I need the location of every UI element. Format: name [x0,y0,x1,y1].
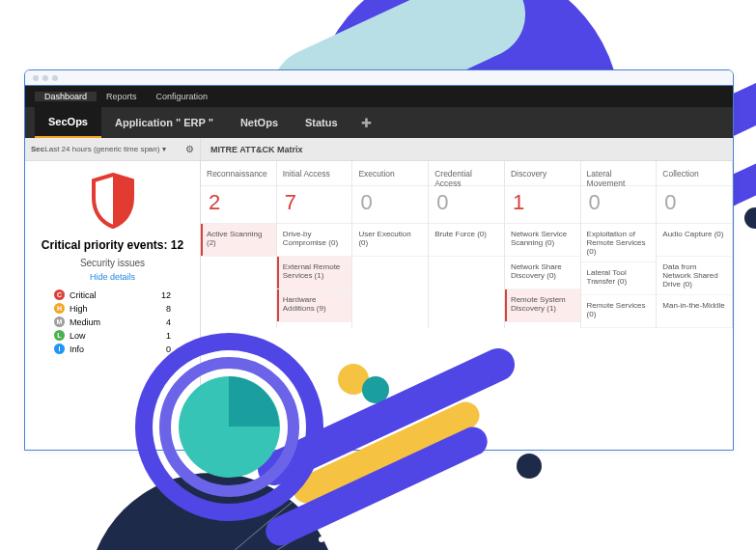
severity-label: Low [70,331,86,341]
mitre-column-header[interactable]: Collection [657,161,732,186]
mitre-column-header[interactable]: Reconnaissance [201,161,276,186]
mitre-technique-cell[interactable]: Network Share Discovery (0) [505,257,580,289]
tab-status[interactable]: Status [292,107,351,138]
mitre-column-count: 0 [657,186,732,224]
severity-row-high[interactable]: HHigh8 [54,303,171,314]
timespan-bar[interactable]: SecLast 24 hours (generic time span) ▾ ⚙ [25,138,200,161]
mitre-column-header[interactable]: Initial Access [277,161,352,186]
severity-label: Medium [70,317,100,327]
severity-label: Critical [70,290,97,300]
mitre-technique-cell[interactable]: Network Service Scanning (0) [505,224,580,257]
mitre-technique-cell[interactable]: Active Scanning (2) [201,224,276,257]
mitre-column-count: 2 [201,186,276,224]
mitre-column-lateral-movement: Lateral Movement0Exploitation of Remote … [581,161,658,328]
topnav-item-reports[interactable]: Reports [97,92,147,101]
mitre-technique-cell[interactable]: Drive-by Compromise (0) [277,224,352,257]
shield-icon [89,173,137,229]
mitre-column-initial-access: Initial Access7Drive-by Compromise (0)Ex… [277,161,353,328]
mitre-column-header[interactable]: Credential Access [429,161,504,186]
mitre-technique-cell[interactable]: Man-in-the-Middle [657,295,732,328]
mitre-technique-cell[interactable]: Exploitation of Remote Services (0) [581,224,657,262]
security-issues-label: Security issues [25,258,200,268]
severity-label: High [70,304,88,314]
mitre-header: MITRE ATT&CK Matrix [201,138,733,161]
critical-events-title: Critical priority events: 12 [25,236,200,254]
hide-details-link[interactable]: Hide details [25,272,200,282]
severity-count: 12 [161,290,171,300]
gear-icon[interactable]: ⚙ [185,144,194,154]
severity-row-critical[interactable]: CCritical12 [54,289,171,300]
mitre-matrix: Reconnaissance2Active Scanning (2)Initia… [201,161,733,328]
mitre-technique-cell[interactable]: Remote System Discovery (1) [505,289,580,322]
sub-nav: SecOpsApplication " ERP "NetOpsStatus✚ [25,107,733,138]
mitre-technique-cell[interactable]: User Execution (0) [352,224,428,257]
window-titlebar [25,70,733,86]
mitre-column-header[interactable]: Lateral Movement [581,161,657,186]
tab-application-erp[interactable]: Application " ERP " [101,107,227,138]
mitre-technique-cell[interactable]: Lateral Tool Transfer (0) [581,262,657,295]
severity-label: Info [70,344,84,354]
mitre-column-execution: Execution0User Execution (0) [352,161,429,328]
topnav-item-dashboard[interactable]: Dashboard [35,92,97,101]
timespan-prefix: Sec [31,145,44,153]
mitre-column-discovery: Discovery1Network Service Scanning (0)Ne… [505,161,581,328]
add-tab-button[interactable]: ✚ [351,116,381,130]
mitre-technique-cell[interactable]: Data from Network Shared Drive (0) [657,257,732,295]
severity-row-medium[interactable]: MMedium4 [54,316,171,327]
mitre-technique-cell[interactable]: Audio Capture (0) [657,224,732,257]
mitre-technique-cell[interactable]: Remote Services (0) [581,295,657,328]
radar-decoration [135,333,323,521]
severity-count: 4 [166,317,171,327]
tab-secops[interactable]: SecOps [35,107,101,138]
mitre-technique-cell[interactable]: External Remote Services (1) [277,257,352,289]
severity-badge-icon: I [54,344,65,354]
mitre-column-count: 7 [277,186,352,224]
mitre-column-count: 0 [429,186,504,224]
mitre-technique-cell[interactable]: Brute Force (0) [429,224,504,257]
mitre-column-collection: Collection0Audio Capture (0)Data from Ne… [657,161,733,328]
mitre-column-count: 0 [581,186,657,224]
mitre-column-reconnaissance: Reconnaissance2Active Scanning (2) [201,161,277,328]
timespan-label: Last 24 hours (generic time span) [44,145,159,153]
severity-count: 8 [166,304,171,314]
mitre-column-credential-access: Credential Access0Brute Force (0) [429,161,505,328]
top-nav: DashboardReportsConfiguration [25,86,733,107]
severity-badge-icon: M [54,316,65,327]
mitre-column-header[interactable]: Discovery [505,161,580,186]
severity-badge-icon: H [54,303,65,314]
severity-badge-icon: C [54,289,65,300]
mitre-column-count: 0 [352,186,428,224]
tab-netops[interactable]: NetOps [227,107,292,138]
mitre-column-header[interactable]: Execution [352,161,428,186]
mitre-column-count: 1 [505,186,580,224]
topnav-item-configuration[interactable]: Configuration [147,92,218,101]
mitre-technique-cell[interactable]: Hardware Additions (9) [277,289,352,322]
severity-badge-icon: L [54,330,65,341]
